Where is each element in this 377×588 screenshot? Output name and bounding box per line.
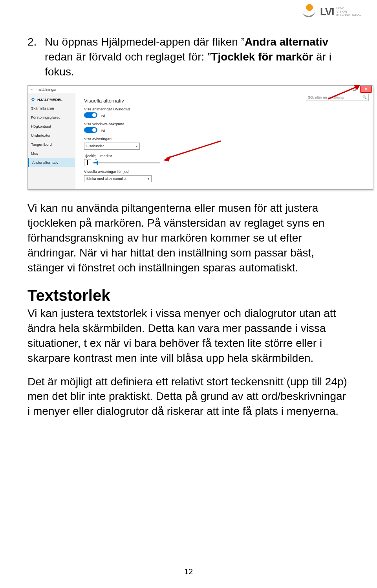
em-tjocklek: Tjocklek för markör — [211, 51, 313, 63]
label-visual-sound: Visuella aviseringar för ljud — [84, 169, 369, 174]
slider-value: 1 — [95, 157, 97, 161]
logo-mark — [300, 5, 318, 19]
window-title: Inställningar — [37, 87, 57, 92]
step-2-paragraph: 2. Nu öppnas Hjälpmedel-appen där fliken… — [27, 35, 350, 79]
dropdown-visual-sound[interactable]: Blinka med aktiv namnlist ▾ — [84, 175, 152, 182]
logo-subtitle: LOW VISION INTERNATIONAL — [337, 7, 361, 17]
settings-main-panel: Sök efter en inställning 🔍 Visuella alte… — [75, 93, 373, 189]
chevron-down-icon: ▾ — [148, 177, 149, 181]
page-number: 12 — [0, 567, 377, 576]
search-placeholder: Sök efter en inställning — [308, 95, 344, 99]
brand-logo: LVI LOW VISION INTERNATIONAL — [300, 5, 361, 19]
toggle-background[interactable] — [84, 127, 97, 133]
step-body: Nu öppnas Hjälpmedel-appen där fliken An… — [45, 35, 350, 79]
toggle-background-state: På — [101, 129, 105, 133]
step-number: 2. — [27, 35, 45, 79]
gear-icon: ⚙ — [31, 97, 35, 102]
maximize-button[interactable]: ▢ — [348, 86, 360, 93]
dropdown-notifications[interactable]: 5 sekunder ▾ — [84, 143, 140, 150]
label-background: Visa Windows-bakgrund — [84, 122, 369, 126]
dropdown-visual-sound-value: Blinka med aktiv namnlist — [86, 177, 126, 181]
search-icon: 🔍 — [362, 95, 367, 99]
slider-cursor-thickness[interactable]: 1 — [93, 162, 160, 163]
toggle-animations-state: På — [101, 114, 105, 118]
sidebar-header-label: HJÄLPMEDEL — [37, 97, 62, 102]
cursor-preview — [84, 159, 91, 166]
logo-lvi-text: LVI — [320, 6, 334, 18]
dropdown-notifications-value: 5 sekunder — [86, 144, 104, 148]
sidebar-item-forstoringsglaset[interactable]: Förstoringsglaset — [28, 113, 75, 122]
label-cursor-thickness: Tjockle... markör — [84, 154, 369, 158]
window-controls: — ▢ ✕ — [337, 86, 372, 93]
annotation-arrow-slider — [162, 139, 225, 162]
sidebar-header: ⚙ HJÄLPMEDEL — [28, 95, 75, 104]
sidebar-item-undertexter[interactable]: Undertexter — [28, 131, 75, 140]
sidebar-item-mus[interactable]: Mus — [28, 149, 75, 158]
label-notifications: Visa aviseringar i — [84, 137, 369, 141]
close-button[interactable]: ✕ — [360, 86, 372, 93]
sidebar-item-hogkontrast[interactable]: Högkontrast — [28, 122, 75, 131]
settings-sidebar: ⚙ HJÄLPMEDEL Skärmläsaren Förstoringsgla… — [28, 93, 75, 189]
paragraph-3: Det är möjligt att definiera ett relativ… — [27, 374, 350, 419]
paragraph-1: Vi kan nu använda piltangenterna eller m… — [27, 201, 350, 275]
window-titlebar: ← Inställningar — ▢ ✕ — [28, 86, 373, 93]
sidebar-item-skarmlasaren[interactable]: Skärmläsaren — [28, 104, 75, 113]
heading-textstorlek: Textstorlek — [27, 287, 350, 304]
paragraph-2: Vi kan justera textstorlek i vissa menye… — [27, 306, 350, 365]
toggle-animations[interactable] — [84, 112, 97, 118]
sidebar-item-tangentbord[interactable]: Tangentbord — [28, 140, 75, 149]
sidebar-item-andra-alternativ[interactable]: Andra alternativ — [28, 158, 75, 167]
chevron-down-icon: ▾ — [136, 145, 137, 148]
search-input[interactable]: Sök efter en inställning 🔍 — [306, 94, 369, 101]
embedded-screenshot: ← Inställningar — ▢ ✕ ⚙ HJÄLPMEDEL Skärm… — [27, 85, 373, 190]
minimize-button[interactable]: — — [337, 86, 348, 92]
back-icon[interactable]: ← — [30, 87, 34, 92]
label-animations: Visa animeringar i Windows — [84, 107, 369, 111]
em-andra-alternativ: Andra alternativ — [245, 36, 328, 48]
